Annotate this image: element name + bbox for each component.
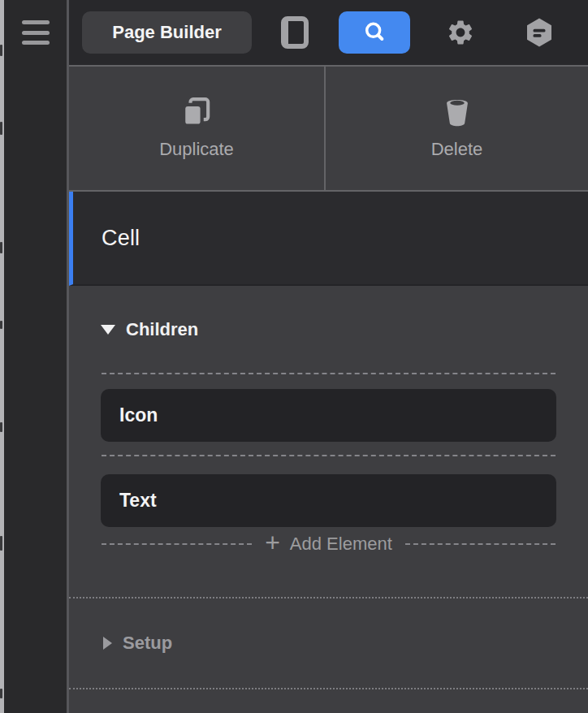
chevron-down-icon <box>101 325 115 335</box>
hexagon-node-icon <box>523 16 556 49</box>
canvas-edge-artifact <box>0 536 2 551</box>
dashed-separator <box>102 373 556 374</box>
toolbar: Page Builder <box>69 0 588 67</box>
canvas-edge-artifact <box>0 321 2 329</box>
canvas-edge-artifact <box>0 689 2 698</box>
child-item-text[interactable]: Text <box>101 474 556 527</box>
child-item-label: Text <box>119 490 157 512</box>
hamburger-bar <box>22 31 50 35</box>
inspector-content: Children Icon Text + Add Element Setup <box>69 286 588 713</box>
canvas-edge-artifact <box>0 242 2 253</box>
child-item-label: Icon <box>119 404 158 426</box>
delete-trash-icon <box>441 96 473 128</box>
search-icon <box>361 19 387 45</box>
app-sidebar <box>4 0 69 713</box>
canvas-edge-artifact <box>0 45 2 56</box>
canvas-edge-artifact <box>0 122 2 135</box>
hamburger-menu-icon[interactable] <box>22 20 50 45</box>
settings-button[interactable] <box>446 18 475 47</box>
children-section-header[interactable]: Children <box>101 317 588 343</box>
gear-icon <box>446 18 475 47</box>
hamburger-bar <box>22 41 50 45</box>
delete-label: Delete <box>431 138 483 161</box>
child-item-icon[interactable]: Icon <box>101 389 556 442</box>
children-section-label: Children <box>126 319 198 340</box>
builder-panel: Page Builder <box>69 0 588 713</box>
chevron-right-icon <box>103 637 112 650</box>
node-settings-button[interactable] <box>523 16 556 49</box>
screen: Page Builder <box>0 0 588 713</box>
delete-button[interactable]: Delete <box>326 67 588 190</box>
dashed-separator <box>102 455 556 456</box>
hamburger-bar <box>22 20 50 24</box>
add-element-label: Add Element <box>290 534 392 555</box>
add-element-button[interactable]: + Add Element <box>102 529 556 560</box>
page-builder-button[interactable]: Page Builder <box>82 11 252 54</box>
actions-row: Duplicate Delete <box>69 67 588 192</box>
selected-element-header: Cell <box>69 192 588 286</box>
sidebar-panel-icon <box>281 16 309 49</box>
duplicate-button[interactable]: Duplicate <box>69 67 326 190</box>
canvas-edge-artifact <box>0 422 2 432</box>
setup-section-header[interactable]: Setup <box>69 597 588 689</box>
setup-section-label: Setup <box>123 633 172 654</box>
duplicate-copy-icon <box>180 96 213 128</box>
dashed-separator <box>405 543 556 545</box>
search-button[interactable] <box>339 11 410 54</box>
panel-toggle-button[interactable] <box>281 16 309 49</box>
duplicate-label: Duplicate <box>159 138 234 161</box>
selected-element-title: Cell <box>102 226 140 251</box>
plus-icon: + <box>265 529 280 555</box>
dashed-separator <box>102 543 252 545</box>
